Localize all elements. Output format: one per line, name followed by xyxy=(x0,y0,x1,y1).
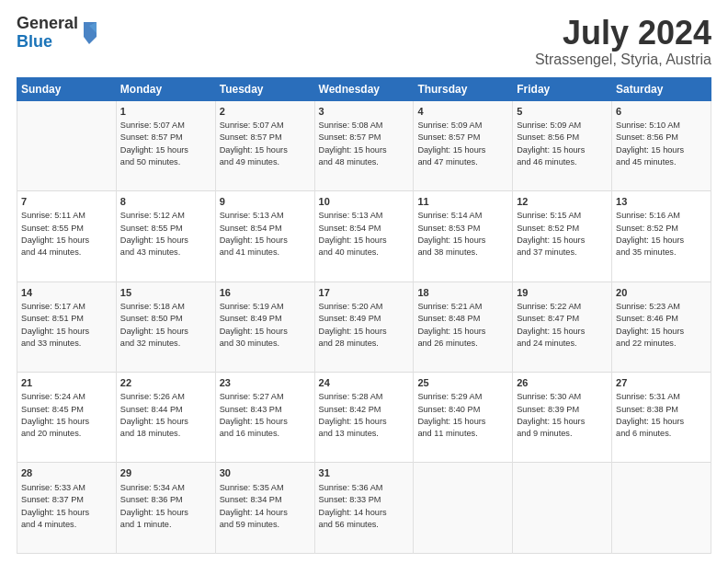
day-content: Sunrise: 5:29 AM Sunset: 8:40 PM Dayligh… xyxy=(417,391,508,440)
calendar-day-cell: 26Sunrise: 5:30 AM Sunset: 8:39 PM Dayli… xyxy=(513,373,612,463)
calendar-day-cell: 31Sunrise: 5:36 AM Sunset: 8:33 PM Dayli… xyxy=(314,463,414,554)
day-content: Sunrise: 5:21 AM Sunset: 8:48 PM Dayligh… xyxy=(417,301,508,350)
day-content: Sunrise: 5:35 AM Sunset: 8:34 PM Dayligh… xyxy=(220,482,311,531)
calendar-day-cell: 7Sunrise: 5:11 AM Sunset: 8:55 PM Daylig… xyxy=(17,191,117,282)
day-number: 17 xyxy=(319,286,410,300)
day-content: Sunrise: 5:34 AM Sunset: 8:36 PM Dayligh… xyxy=(120,482,211,531)
day-content: Sunrise: 5:23 AM Sunset: 8:46 PM Dayligh… xyxy=(616,301,707,350)
calendar-day-cell: 8Sunrise: 5:12 AM Sunset: 8:55 PM Daylig… xyxy=(116,191,215,282)
calendar-day-cell: 3Sunrise: 5:08 AM Sunset: 8:57 PM Daylig… xyxy=(314,100,414,190)
calendar-day-cell: 17Sunrise: 5:20 AM Sunset: 8:49 PM Dayli… xyxy=(314,282,414,372)
calendar-day-cell: 27Sunrise: 5:31 AM Sunset: 8:38 PM Dayli… xyxy=(612,373,711,463)
day-number: 31 xyxy=(319,466,410,480)
day-content: Sunrise: 5:26 AM Sunset: 8:44 PM Dayligh… xyxy=(120,391,211,440)
calendar-week-row: 1Sunrise: 5:07 AM Sunset: 8:57 PM Daylig… xyxy=(17,100,711,190)
calendar-day-cell: 5Sunrise: 5:09 AM Sunset: 8:56 PM Daylig… xyxy=(513,100,612,190)
calendar-day-cell: 16Sunrise: 5:19 AM Sunset: 8:49 PM Dayli… xyxy=(215,282,314,372)
calendar-day-cell: 2Sunrise: 5:07 AM Sunset: 8:57 PM Daylig… xyxy=(215,100,314,190)
calendar-day-cell: 25Sunrise: 5:29 AM Sunset: 8:40 PM Dayli… xyxy=(414,373,513,463)
calendar-day-cell: 20Sunrise: 5:23 AM Sunset: 8:46 PM Dayli… xyxy=(612,282,711,372)
day-number: 5 xyxy=(517,105,608,119)
day-number: 25 xyxy=(417,376,508,390)
calendar-day-cell: 15Sunrise: 5:18 AM Sunset: 8:50 PM Dayli… xyxy=(116,282,215,372)
day-content: Sunrise: 5:18 AM Sunset: 8:50 PM Dayligh… xyxy=(120,301,211,350)
header: General Blue July 2024 Strassengel, Styr… xyxy=(17,15,711,68)
day-number: 30 xyxy=(220,466,311,480)
page: General Blue July 2024 Strassengel, Styr… xyxy=(0,0,728,563)
day-content: Sunrise: 5:27 AM Sunset: 8:43 PM Dayligh… xyxy=(220,391,311,440)
day-content: Sunrise: 5:28 AM Sunset: 8:42 PM Dayligh… xyxy=(319,391,410,440)
calendar-day-cell: 18Sunrise: 5:21 AM Sunset: 8:48 PM Dayli… xyxy=(414,282,513,372)
calendar-day-cell: 14Sunrise: 5:17 AM Sunset: 8:51 PM Dayli… xyxy=(17,282,117,372)
day-content: Sunrise: 5:10 AM Sunset: 8:56 PM Dayligh… xyxy=(616,120,707,168)
day-content: Sunrise: 5:13 AM Sunset: 8:54 PM Dayligh… xyxy=(220,210,311,259)
day-content: Sunrise: 5:09 AM Sunset: 8:56 PM Dayligh… xyxy=(517,120,608,168)
day-content: Sunrise: 5:16 AM Sunset: 8:52 PM Dayligh… xyxy=(616,210,707,259)
day-number: 4 xyxy=(417,105,508,119)
main-title: July 2024 xyxy=(535,15,711,52)
day-content: Sunrise: 5:20 AM Sunset: 8:49 PM Dayligh… xyxy=(319,301,410,350)
day-content: Sunrise: 5:14 AM Sunset: 8:53 PM Dayligh… xyxy=(417,210,508,259)
day-number: 28 xyxy=(21,466,112,480)
day-number: 26 xyxy=(517,376,608,390)
day-number: 3 xyxy=(319,105,410,119)
calendar-header-cell: Sunday xyxy=(17,77,117,100)
calendar-day-cell xyxy=(17,100,117,190)
day-number: 16 xyxy=(220,286,311,300)
day-number: 20 xyxy=(616,286,707,300)
day-content: Sunrise: 5:13 AM Sunset: 8:54 PM Dayligh… xyxy=(319,210,410,259)
day-number: 18 xyxy=(417,286,508,300)
calendar-day-cell: 12Sunrise: 5:15 AM Sunset: 8:52 PM Dayli… xyxy=(513,191,612,282)
day-number: 27 xyxy=(616,376,707,390)
calendar-week-row: 21Sunrise: 5:24 AM Sunset: 8:45 PM Dayli… xyxy=(17,373,711,463)
day-content: Sunrise: 5:17 AM Sunset: 8:51 PM Dayligh… xyxy=(21,301,112,350)
calendar-day-cell xyxy=(513,463,612,554)
day-number: 7 xyxy=(21,195,112,209)
calendar-day-cell: 6Sunrise: 5:10 AM Sunset: 8:56 PM Daylig… xyxy=(612,100,711,190)
subtitle: Strassengel, Styria, Austria xyxy=(535,52,711,68)
day-number: 14 xyxy=(21,286,112,300)
day-number: 23 xyxy=(220,376,311,390)
calendar-table: SundayMondayTuesdayWednesdayThursdayFrid… xyxy=(17,77,711,554)
calendar-header-cell: Saturday xyxy=(612,77,711,100)
day-content: Sunrise: 5:15 AM Sunset: 8:52 PM Dayligh… xyxy=(517,210,608,259)
day-content: Sunrise: 5:09 AM Sunset: 8:57 PM Dayligh… xyxy=(417,120,508,168)
day-number: 24 xyxy=(319,376,410,390)
day-number: 12 xyxy=(517,195,608,209)
calendar-day-cell: 19Sunrise: 5:22 AM Sunset: 8:47 PM Dayli… xyxy=(513,282,612,372)
day-content: Sunrise: 5:07 AM Sunset: 8:57 PM Dayligh… xyxy=(220,120,311,168)
day-content: Sunrise: 5:19 AM Sunset: 8:49 PM Dayligh… xyxy=(220,301,311,350)
calendar-day-cell: 30Sunrise: 5:35 AM Sunset: 8:34 PM Dayli… xyxy=(215,463,314,554)
day-number: 10 xyxy=(319,195,410,209)
calendar-header-cell: Friday xyxy=(513,77,612,100)
calendar-day-cell: 9Sunrise: 5:13 AM Sunset: 8:54 PM Daylig… xyxy=(215,191,314,282)
day-content: Sunrise: 5:31 AM Sunset: 8:38 PM Dayligh… xyxy=(616,391,707,440)
day-content: Sunrise: 5:36 AM Sunset: 8:33 PM Dayligh… xyxy=(319,482,410,531)
day-number: 1 xyxy=(120,105,211,119)
day-number: 29 xyxy=(120,466,211,480)
calendar-day-cell: 21Sunrise: 5:24 AM Sunset: 8:45 PM Dayli… xyxy=(17,373,117,463)
day-number: 9 xyxy=(220,195,311,209)
day-content: Sunrise: 5:30 AM Sunset: 8:39 PM Dayligh… xyxy=(517,391,608,440)
calendar-week-row: 28Sunrise: 5:33 AM Sunset: 8:37 PM Dayli… xyxy=(17,463,711,554)
calendar-day-cell: 29Sunrise: 5:34 AM Sunset: 8:36 PM Dayli… xyxy=(116,463,215,554)
logo-general: General xyxy=(17,15,78,33)
calendar-day-cell xyxy=(612,463,711,554)
day-content: Sunrise: 5:08 AM Sunset: 8:57 PM Dayligh… xyxy=(319,120,410,168)
calendar-day-cell xyxy=(414,463,513,554)
calendar-header-cell: Thursday xyxy=(414,77,513,100)
calendar-header-cell: Tuesday xyxy=(215,77,314,100)
day-number: 21 xyxy=(21,376,112,390)
calendar-day-cell: 11Sunrise: 5:14 AM Sunset: 8:53 PM Dayli… xyxy=(414,191,513,282)
calendar-day-cell: 4Sunrise: 5:09 AM Sunset: 8:57 PM Daylig… xyxy=(414,100,513,190)
calendar-header-cell: Monday xyxy=(116,77,215,100)
day-content: Sunrise: 5:11 AM Sunset: 8:55 PM Dayligh… xyxy=(21,210,112,259)
logo-blue: Blue xyxy=(17,33,78,52)
calendar-day-cell: 23Sunrise: 5:27 AM Sunset: 8:43 PM Dayli… xyxy=(215,373,314,463)
logo-icon xyxy=(80,20,98,46)
calendar-day-cell: 1Sunrise: 5:07 AM Sunset: 8:57 PM Daylig… xyxy=(116,100,215,190)
calendar-day-cell: 24Sunrise: 5:28 AM Sunset: 8:42 PM Dayli… xyxy=(314,373,414,463)
day-content: Sunrise: 5:24 AM Sunset: 8:45 PM Dayligh… xyxy=(21,391,112,440)
day-number: 11 xyxy=(417,195,508,209)
day-content: Sunrise: 5:33 AM Sunset: 8:37 PM Dayligh… xyxy=(21,482,112,531)
